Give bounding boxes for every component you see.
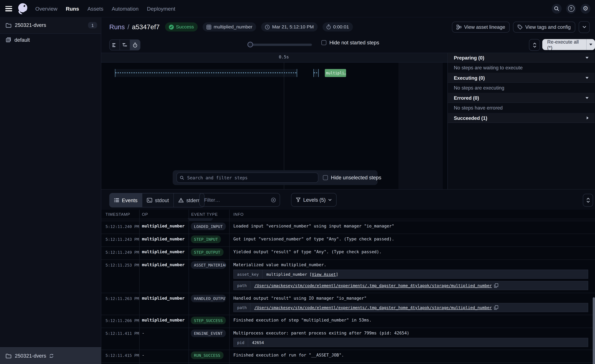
time-marker: 0.5s xyxy=(279,55,289,60)
metadata-entry: asset_keymultiplied_number[View Asset] xyxy=(234,270,588,279)
gantt-zoom-slider[interactable] xyxy=(248,42,312,47)
table-row: 5:12:11.263 PMmultiplied_numberHANDLED_O… xyxy=(101,293,595,315)
header-more-dropdown[interactable] xyxy=(579,21,590,33)
waterfall-view-icon[interactable] xyxy=(120,40,130,50)
gantt-section: 0.5s multipli… Hide xyxy=(101,53,595,189)
dagster-logo-icon[interactable] xyxy=(17,2,29,15)
event-timestamp: 5:12:11.240 PM xyxy=(101,221,139,231)
tab-stdout[interactable]: stdout xyxy=(142,193,174,207)
asset-tag[interactable]: multiplied_number xyxy=(203,22,256,31)
view-asset-link[interactable]: View Asset xyxy=(312,272,336,276)
run-meta-pills: Success multiplied_number xyxy=(165,22,353,31)
event-info-text: Got input "versioned_number" of type "An… xyxy=(234,237,588,242)
event-info-text: Materialized value multiplied_number. xyxy=(234,262,588,267)
chevron-down-icon[interactable] xyxy=(586,97,588,99)
log-filter-box[interactable] xyxy=(199,193,280,207)
tab-events[interactable]: Events xyxy=(110,193,142,207)
copy-icon[interactable] xyxy=(494,305,498,310)
status-section-header[interactable]: Errored (0) xyxy=(448,93,595,103)
gantt-step-bar[interactable]: multipli… xyxy=(325,69,346,77)
table-row: 5:12:11.253 PMmultiplied_numberASSET_MAT… xyxy=(101,260,595,293)
levels-dropdown[interactable]: Levels (5) xyxy=(291,193,337,207)
table-row: 5:12:11.249 PMmultiplied_numberSTEP_OUTP… xyxy=(101,247,595,260)
terminal-icon xyxy=(147,198,152,203)
event-type-cell: STEP_INPUT xyxy=(189,234,229,246)
metadata-value: 42654 xyxy=(248,338,268,347)
timer-icon xyxy=(326,24,331,29)
reexecute-dropdown[interactable] xyxy=(586,39,595,50)
status-section-header[interactable]: Executing (0) xyxy=(448,73,595,83)
breadcrumb: Runs / a5347ef7 xyxy=(109,23,160,31)
hide-unselected-checkbox[interactable] xyxy=(323,175,328,180)
reload-icon[interactable] xyxy=(49,353,54,358)
col-event-type: EVENT TYPE xyxy=(189,212,229,217)
chevron-right-icon[interactable] xyxy=(587,116,588,119)
event-info-text: Finished execution of step "multiplied_n… xyxy=(234,318,588,323)
dagster-run-page: OverviewRunsAssetsAutomationDeployment ?… xyxy=(0,0,595,364)
menu-icon[interactable] xyxy=(5,6,12,11)
copy-icon[interactable] xyxy=(494,283,498,288)
nav-link-deployment[interactable]: Deployment xyxy=(147,6,175,12)
folder-icon xyxy=(6,23,11,28)
event-op: - xyxy=(139,328,189,338)
clear-filter-icon[interactable] xyxy=(271,197,276,203)
gantt-waiting-bar-short[interactable] xyxy=(313,69,319,77)
event-type-pill: STEP_SUCCESS xyxy=(191,317,226,324)
view-asset-lineage-button[interactable]: View asset lineage xyxy=(452,21,510,32)
gantt-expand-button[interactable] xyxy=(529,39,540,51)
status-section-title: Executing (0) xyxy=(454,75,485,80)
flat-view-icon[interactable] xyxy=(110,40,120,50)
event-timestamp: 5:12:11.266 PM xyxy=(101,315,139,325)
chevron-down-icon[interactable] xyxy=(586,77,588,79)
timed-view-icon[interactable] xyxy=(130,40,140,50)
gantt-canvas: multipli… Hide unselected steps xyxy=(101,63,447,189)
breadcrumb-runs-link[interactable]: Runs xyxy=(109,23,125,31)
reexecute-all-button[interactable]: Re-execute all (*) xyxy=(542,39,595,50)
sidebar-code-location[interactable]: 250321-dvers 1 xyxy=(0,17,101,34)
metadata-entry: path/Users/smackesey/stm/code/elementl/e… xyxy=(234,281,588,290)
gantt-waiting-bar[interactable] xyxy=(115,69,297,77)
status-section-header[interactable]: Succeeded (1) xyxy=(448,113,595,123)
nav-link-assets[interactable]: Assets xyxy=(87,6,103,12)
step-search-input[interactable] xyxy=(186,175,315,181)
help-icon[interactable]: ? xyxy=(566,4,576,14)
event-timestamp: 5:12:11.263 PM xyxy=(101,293,139,303)
status-section-body: No steps have errored xyxy=(448,103,595,113)
nav-link-runs[interactable]: Runs xyxy=(66,6,79,12)
chevron-down-icon[interactable] xyxy=(586,57,588,59)
check-icon xyxy=(169,25,174,29)
event-timestamp: 5:12:11.249 PM xyxy=(101,247,139,257)
slider-handle[interactable] xyxy=(248,42,253,47)
metadata-value: /Users/smackesey/stm/code/elementl/exper… xyxy=(251,281,502,290)
nav-link-automation[interactable]: Automation xyxy=(112,6,139,12)
start-time-pill: Mar 21, 5:12:10 PM xyxy=(261,22,318,31)
sidebar-footer[interactable]: 250321-dvers xyxy=(0,347,101,364)
status-section-header[interactable]: Preparing (0) xyxy=(448,53,595,63)
sidebar-item-default[interactable]: default xyxy=(0,34,101,46)
view-tags-config-button[interactable]: View tags and config xyxy=(513,21,575,32)
vertical-scrollbar[interactable] xyxy=(593,297,595,364)
log-toolbar: Eventsstdoutstderr Levels (5) xyxy=(101,190,595,210)
path-link[interactable]: /Users/smackesey/stm/code/elementl/exper… xyxy=(254,283,492,288)
hide-not-started-checkbox[interactable] xyxy=(321,40,326,45)
gantt-highlight-band xyxy=(398,63,443,189)
settings-gear-icon[interactable]: ⚙ xyxy=(581,4,590,14)
event-info-cell: Yielded output "result" of type "Any". (… xyxy=(229,247,595,257)
nav-link-overview[interactable]: Overview xyxy=(35,6,57,12)
event-info-text: Finished execution of run for "__ASSET_J… xyxy=(234,353,588,357)
event-log-table: TIMESTAMP OP EVENT TYPE INFO 5:12:11.240… xyxy=(101,210,595,364)
step-search-box[interactable] xyxy=(177,173,319,183)
search-icon[interactable] xyxy=(552,4,561,14)
unfold-icon xyxy=(586,198,590,203)
run-header: Runs / a5347ef7 Success xyxy=(101,17,595,37)
path-link[interactable]: /Users/smackesey/stm/code/elementl/exper… xyxy=(254,305,492,310)
log-expand-button[interactable] xyxy=(583,194,593,207)
dagster-logo-svg xyxy=(17,2,29,15)
sidebar: 250321-dvers 1 default 250321-dvers xyxy=(0,17,101,364)
status-badge: Success xyxy=(165,22,198,31)
sidebar-item-label: default xyxy=(14,37,30,43)
event-op: multiplied_number xyxy=(139,260,189,270)
log-tabs: Eventsstdoutstderr xyxy=(109,193,204,207)
metadata-plain-value: 42654 xyxy=(252,340,264,345)
log-filter-input[interactable] xyxy=(203,197,268,203)
